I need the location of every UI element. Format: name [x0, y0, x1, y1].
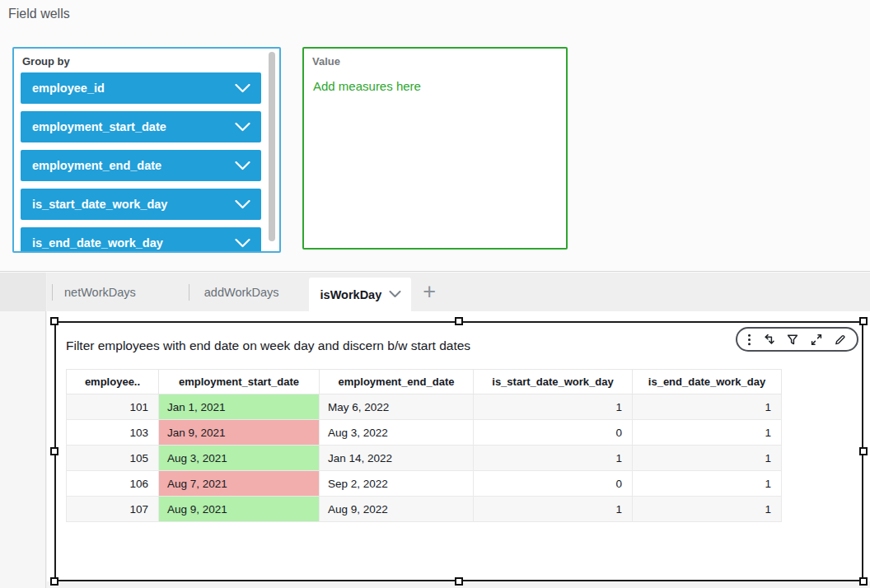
table-header-row: employee.. employment_start_date employm… [67, 370, 782, 394]
column-header-employee-id[interactable]: employee.. [67, 370, 159, 394]
quicksight-analysis-page: Field wells Group by employee_id employm… [0, 0, 870, 588]
column-header-employment-start-date[interactable]: employment_start_date [159, 370, 320, 394]
visual-title: Filter employees with end date on week d… [66, 338, 470, 353]
cell-end-date[interactable]: Jan 14, 2022 [320, 446, 474, 471]
field-pill-label: employment_end_date [32, 159, 161, 172]
field-pill-employee-id[interactable]: employee_id [21, 72, 261, 104]
cell-is-end-work-day[interactable]: 1 [633, 420, 782, 446]
filter-button[interactable] [786, 334, 799, 346]
resize-handle-bottom-left[interactable] [50, 577, 58, 586]
table-row: 105 Aug 3, 2021 Jan 14, 2022 1 1 [67, 446, 782, 471]
scrollbar-thumb[interactable] [269, 52, 275, 241]
cell-employee-id[interactable]: 101 [67, 394, 159, 420]
kebab-menu-icon [747, 334, 751, 346]
cell-is-start-work-day[interactable]: 1 [474, 446, 633, 471]
resize-handle-top-middle[interactable] [455, 317, 463, 325]
cell-is-start-work-day[interactable]: 0 [474, 471, 633, 497]
column-header-is-start-date-work-day[interactable]: is_start_date_work_day [474, 370, 633, 394]
group-by-label: Group by [14, 49, 279, 68]
column-header-employment-end-date[interactable]: employment_end_date [320, 370, 474, 394]
cell-end-date[interactable]: Aug 3, 2022 [320, 420, 474, 446]
resize-handle-top-right[interactable] [859, 317, 868, 325]
resize-handle-bottom-right[interactable] [859, 577, 868, 586]
left-gutter-top [0, 273, 46, 311]
sheet-tab-bar: netWorkDays addWorkDays isWorkDay + [47, 273, 870, 311]
field-wells-panel: Field wells Group by employee_id employm… [0, 0, 870, 272]
field-pill-employment-start-date[interactable]: employment_start_date [21, 111, 261, 142]
chevron-down-icon[interactable] [235, 239, 250, 248]
tab-networkdays[interactable]: netWorkDays [53, 273, 189, 311]
visual-toolbar [736, 327, 858, 352]
cell-employee-id[interactable]: 105 [67, 446, 159, 471]
tab-label: netWorkDays [64, 286, 136, 299]
filter-funnel-icon [786, 334, 799, 346]
swap-arrows-icon [762, 334, 775, 346]
expand-icon [810, 334, 823, 346]
expand-button[interactable] [810, 334, 823, 346]
field-pill-label: employee_id [32, 82, 105, 95]
table-row: 103 Jan 9, 2021 Aug 3, 2022 0 1 [67, 420, 782, 446]
chevron-down-icon[interactable] [389, 291, 401, 298]
cell-employee-id[interactable]: 107 [67, 497, 159, 522]
resize-handle-bottom-middle[interactable] [455, 577, 463, 586]
menu-options-button[interactable] [747, 334, 751, 346]
value-label: Value [304, 49, 566, 68]
resize-handle-middle-left[interactable] [50, 447, 58, 455]
cell-employee-id[interactable]: 106 [67, 471, 159, 497]
edit-button[interactable] [834, 334, 847, 346]
cell-start-date-highlighted[interactable]: Aug 7, 2021 [159, 471, 320, 497]
cell-is-end-work-day[interactable]: 1 [633, 446, 782, 471]
group-by-pill-list: employee_id employment_start_date employ… [21, 72, 261, 253]
tab-label: isWorkDay [320, 288, 382, 301]
cell-end-date[interactable]: Sep 2, 2022 [320, 471, 474, 497]
scrollbar-track [269, 52, 275, 248]
field-pill-label: is_start_date_work_day [32, 198, 167, 211]
table-row: 107 Aug 9, 2021 Aug 9, 2022 1 1 [67, 497, 782, 522]
resize-handle-middle-right[interactable] [859, 447, 868, 455]
tab-isworkday-active[interactable]: isWorkDay [309, 278, 412, 311]
cell-is-end-work-day[interactable]: 1 [633, 394, 782, 420]
field-pill-label: employment_start_date [32, 120, 166, 133]
chevron-down-icon[interactable] [235, 200, 250, 209]
chevron-down-icon[interactable] [235, 84, 250, 93]
field-pill-employment-end-date[interactable]: employment_end_date [21, 150, 261, 181]
data-table: employee.. employment_start_date employm… [66, 369, 782, 522]
sheet-area: netWorkDays addWorkDays isWorkDay + [0, 273, 870, 588]
cell-start-date-highlighted[interactable]: Jan 9, 2021 [159, 420, 320, 446]
edit-pencil-icon [834, 334, 847, 346]
value-well[interactable]: Value Add measures here [302, 47, 568, 250]
field-pill-label: is_end_date_work_day [32, 236, 163, 250]
swap-arrows-button[interactable] [762, 334, 775, 346]
cell-is-end-work-day[interactable]: 1 [633, 497, 782, 522]
cell-employee-id[interactable]: 103 [67, 420, 159, 446]
add-sheet-button[interactable]: + [423, 281, 436, 303]
cell-is-start-work-day[interactable]: 1 [474, 394, 633, 420]
cell-is-start-work-day[interactable]: 0 [474, 420, 633, 446]
table-row: 101 Jan 1, 2021 May 6, 2022 1 1 [67, 394, 782, 420]
cell-start-date-highlighted[interactable]: Jan 1, 2021 [159, 394, 320, 420]
left-gutter [0, 273, 46, 588]
cell-end-date[interactable]: Aug 9, 2022 [320, 497, 474, 522]
field-pill-is-start-date-work-day[interactable]: is_start_date_work_day [21, 189, 261, 220]
cell-start-date-highlighted[interactable]: Aug 9, 2021 [159, 497, 320, 522]
chevron-down-icon[interactable] [235, 123, 250, 132]
tab-label: addWorkDays [204, 286, 279, 299]
sheet-canvas: Filter employees with end date on week d… [47, 311, 870, 581]
chevron-down-icon[interactable] [235, 161, 250, 170]
cell-end-date[interactable]: May 6, 2022 [320, 394, 474, 420]
add-measures-placeholder: Add measures here [304, 68, 566, 93]
column-header-is-end-date-work-day[interactable]: is_end_date_work_day [633, 370, 782, 394]
table-visual[interactable]: Filter employees with end date on week d… [54, 321, 863, 581]
tab-addworkdays[interactable]: addWorkDays [189, 273, 309, 311]
table-row: 106 Aug 7, 2021 Sep 2, 2022 0 1 [67, 471, 782, 497]
field-pill-is-end-date-work-day[interactable]: is_end_date_work_day [21, 227, 261, 253]
field-wells-title: Field wells [8, 7, 70, 21]
resize-handle-top-left[interactable] [50, 317, 58, 325]
group-by-well[interactable]: Group by employee_id employment_start_da… [12, 47, 281, 253]
cell-is-end-work-day[interactable]: 1 [633, 471, 782, 497]
cell-start-date-highlighted[interactable]: Aug 3, 2021 [159, 446, 320, 471]
cell-is-start-work-day[interactable]: 1 [474, 497, 633, 522]
